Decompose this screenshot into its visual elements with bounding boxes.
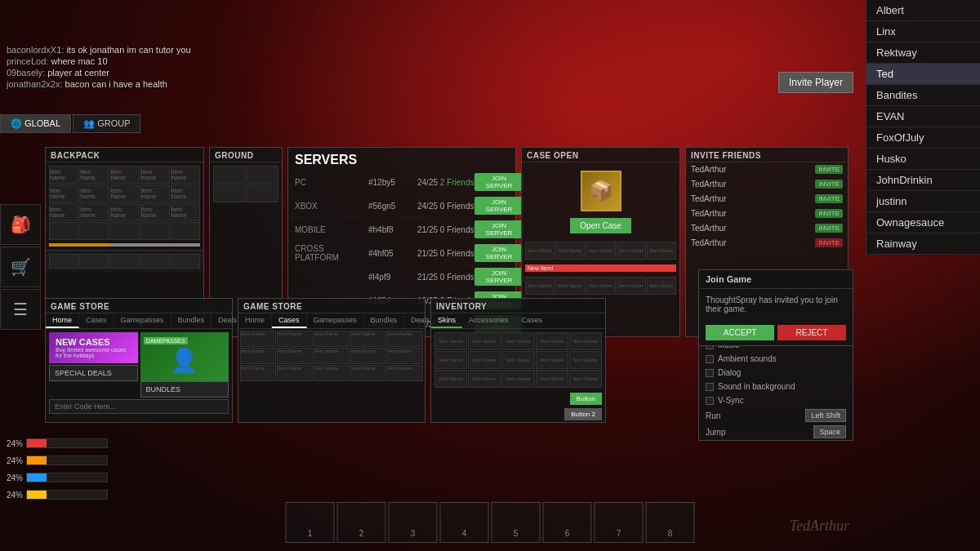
player-list-item[interactable]: EVAN <box>866 106 980 127</box>
backpack-slot[interactable] <box>140 222 170 240</box>
settings-checkbox[interactable] <box>706 355 714 363</box>
case-item-slot[interactable]: Item Name <box>525 242 555 260</box>
chat-tab-group[interactable]: 👥 GROUP <box>73 114 140 133</box>
store-item-slot[interactable]: Item Name <box>350 365 386 381</box>
inventory-slot[interactable]: Item Name <box>536 351 568 369</box>
store-item-slot[interactable]: Item Name <box>314 348 350 364</box>
player-list-item[interactable]: Rainway <box>866 233 980 255</box>
inventory-slot[interactable]: Item Name <box>569 351 602 369</box>
join-server-button[interactable]: JOIN SERVER <box>474 244 523 262</box>
player-list-item[interactable]: Albert <box>866 0 980 21</box>
store-item-slot[interactable]: Item Name <box>387 331 423 347</box>
backpack-slot[interactable] <box>109 222 139 240</box>
store-tab[interactable]: Cases <box>272 313 307 328</box>
store-tab[interactable]: Gamepasses <box>307 313 364 328</box>
ground-slot[interactable] <box>213 166 246 184</box>
reject-button[interactable]: REJECT <box>777 325 846 340</box>
open-case-button[interactable]: Open Case <box>570 218 631 233</box>
settings-checkbox[interactable] <box>706 397 714 405</box>
backpack-slot[interactable]: Item Name <box>171 184 200 202</box>
ground-slot[interactable] <box>213 184 246 202</box>
store-item-slot[interactable]: Item Name <box>314 331 350 347</box>
invite-status[interactable]: INVITE <box>815 238 843 247</box>
settings-checkbox[interactable] <box>706 383 714 391</box>
bundles-banner[interactable]: BUNDLES <box>140 381 229 398</box>
backpack-slot[interactable]: Item Name <box>171 166 200 184</box>
player-list-item[interactable]: FoxOfJuly <box>866 127 980 149</box>
invite-status[interactable]: INVITE <box>815 180 843 189</box>
sidebar-menu-icon[interactable]: ☰ <box>0 289 41 330</box>
store-item-slot[interactable]: Item Name <box>277 365 313 381</box>
backpack-slot[interactable]: Item Name <box>79 166 109 184</box>
settings-checkbox[interactable] <box>706 369 714 377</box>
backpack-slot[interactable]: Item Name <box>140 166 170 184</box>
backpack-slot[interactable]: Item Name <box>109 166 139 184</box>
store-item-slot[interactable]: Item Name <box>387 348 423 364</box>
case-item-slot[interactable]: Item Name <box>586 242 615 260</box>
store-tab[interactable]: Bundles <box>364 313 405 328</box>
hotbar-slot[interactable]: 1 <box>286 502 335 543</box>
store-item-slot[interactable]: Item Name <box>387 365 423 381</box>
hotbar-slot[interactable]: 8 <box>646 502 695 543</box>
keybind-key[interactable]: Left Shift <box>805 409 846 422</box>
backpack-slot[interactable]: Item Name <box>109 184 139 202</box>
inventory-slot[interactable]: Item Name <box>536 332 568 350</box>
special-deals-banner[interactable]: SPECIAL DEALS <box>49 365 138 381</box>
backpack-slot[interactable] <box>171 222 200 240</box>
inventory-slot[interactable]: Item Name <box>569 370 602 388</box>
backpack-slot[interactable]: Item Name <box>79 184 109 202</box>
backpack-slot[interactable]: Item Name <box>49 203 78 221</box>
backpack-slot[interactable]: Item Name <box>140 184 170 202</box>
backpack-slot[interactable]: Item Name <box>79 203 109 221</box>
hotbar-slot[interactable]: 3 <box>389 502 438 543</box>
store-item-slot[interactable]: Item Name <box>277 331 313 347</box>
invite-status[interactable]: INVITE <box>815 224 843 233</box>
player-list-item[interactable]: Bandites <box>866 85 980 106</box>
inventory-slot[interactable]: Item Name <box>434 370 467 388</box>
chat-tab-global[interactable]: 🌐 GLOBAL <box>0 114 71 133</box>
case-item-slot2[interactable]: Item Name <box>647 277 676 295</box>
backpack-bottom-slot[interactable] <box>49 254 78 269</box>
case-item-slot2[interactable]: Item Name <box>525 277 555 295</box>
backpack-bottom-slot[interactable] <box>171 254 200 269</box>
backpack-slot[interactable]: Item Name <box>49 166 78 184</box>
keybind-key[interactable]: Space <box>813 425 846 438</box>
inventory-button2[interactable]: Button 2 <box>564 408 602 420</box>
store-tab[interactable]: Gamepasses <box>114 313 172 328</box>
ground-slot[interactable] <box>247 184 279 202</box>
case-item-slot[interactable]: Item Name <box>555 242 585 260</box>
inventory-slot[interactable]: Item Name <box>468 351 501 369</box>
gamepasses-banner[interactable]: GAMEPASSES 👤 <box>140 332 229 381</box>
store-item-slot[interactable]: Item Name <box>350 348 386 364</box>
player-list-item[interactable]: Linx <box>866 21 980 42</box>
player-list-item[interactable]: Husko <box>866 149 980 170</box>
sidebar-store-icon[interactable]: 🛒 <box>0 247 41 287</box>
invite-status[interactable]: INVITE <box>815 194 843 203</box>
hotbar-slot[interactable]: 4 <box>440 502 489 543</box>
inventory-slot[interactable]: Item Name <box>569 332 602 350</box>
case-item-slot2[interactable]: Item Name <box>617 277 646 295</box>
backpack-slot[interactable]: Item Name <box>171 203 200 221</box>
inventory-slot[interactable]: Item Name <box>434 332 467 350</box>
backpack-slot[interactable]: Item Name <box>49 184 78 202</box>
accept-button[interactable]: ACCEPT <box>706 325 774 340</box>
inventory-slot[interactable]: Item Name <box>536 370 568 388</box>
join-server-button[interactable]: JOIN SERVER <box>474 173 523 191</box>
inventory-slot[interactable]: Item Name <box>434 351 467 369</box>
player-list-item[interactable]: Rektway <box>866 42 980 64</box>
inventory-button1[interactable]: Button <box>570 393 602 405</box>
join-server-button[interactable]: JOIN SERVER <box>474 197 523 215</box>
store-tab[interactable]: Cases <box>79 313 114 328</box>
backpack-slot[interactable] <box>49 222 78 240</box>
hotbar-slot[interactable]: 6 <box>543 502 592 543</box>
backpack-bottom-slot[interactable] <box>79 254 109 269</box>
backpack-bottom-slot[interactable] <box>140 254 170 269</box>
invite-player-button[interactable]: Invite Player <box>778 72 853 93</box>
player-list-item[interactable]: Ted <box>866 64 980 85</box>
inventory-tab[interactable]: Accessories <box>462 313 515 328</box>
store-item-slot[interactable]: Item Name <box>314 365 350 381</box>
hotbar-slot[interactable]: 7 <box>595 502 644 543</box>
ground-slot[interactable] <box>247 166 279 184</box>
case-item-slot2[interactable]: Item Name <box>555 277 585 295</box>
inventory-slot[interactable]: Item Name <box>501 351 534 369</box>
